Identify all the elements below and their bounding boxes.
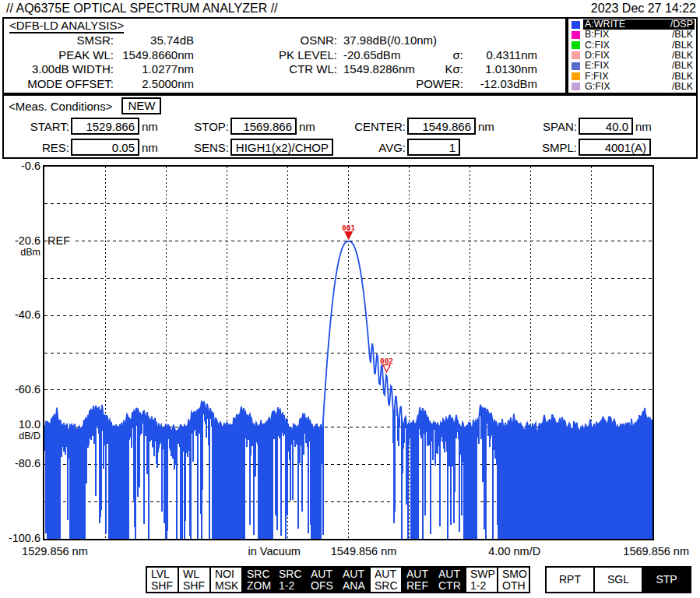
peak-marker-label: 002 [380,357,393,365]
y-tick-label: -20.6 [15,235,40,247]
stop-input[interactable]: 1569.866 [230,118,297,135]
softkey-toolbar: LVLSHF WLSHF NOIMSK SRCZOM SRC1-2 AUTOFS… [146,566,530,593]
analysis-label: PK LEVEL: [194,48,337,63]
trace-legend: A:WRITE/DSP B:FIX/BLK C:FIX/BLK D:FIX/BL… [567,17,698,94]
center-field: CENTER: 1549.866 nm [337,118,494,135]
avg-input[interactable]: 1 [407,139,460,156]
y-axis-labels: -0.6-20.6dBm-40.6-60.610.0dB/D-80.6-100.… [0,159,40,561]
span-unit: nm [635,120,652,133]
trace-name: D:FIX [585,51,672,61]
avg-label: AVG: [337,141,406,154]
spectrum-trace-svg: 001002 [44,167,653,539]
softkey-aut-ctr[interactable]: AUTCTR [433,566,466,593]
stop-unit: nm [299,120,315,133]
trace-row-d[interactable]: D:FIX/BLK [570,51,695,61]
span-field: SPAN: 40.0 nm [512,118,652,135]
analysis-label: POWER: [416,77,463,92]
key-sgl[interactable]: SGL [593,566,643,593]
softkey-aut-ana[interactable]: AUTANA [337,566,371,593]
analysis-label [194,77,337,92]
analysis-value: -12.03dBm [463,77,537,92]
trace-name: G:FIX [585,82,672,92]
trace-color-swatch [572,21,580,29]
res-input[interactable]: 0.05 [71,139,139,156]
trace-color-swatch [572,31,580,39]
trace-row-g[interactable]: G:FIX/BLK [570,82,695,92]
trace-mode: /BLK [672,51,693,61]
analysis-label: 3.00dB WIDTH: [4,62,114,77]
softkey-aut-ref[interactable]: AUTREF [401,566,434,593]
analysis-label: CTR WL: [194,62,337,77]
x-axis-label: 1569.856 nm [623,545,689,558]
start-label: START: [4,120,69,133]
sens-label: SENS: [162,141,229,154]
x-axis-label: in Vacuum [248,545,300,558]
start-field: START: 1529.866 nm [4,118,158,135]
softkey-swp-1-2[interactable]: SWP1-2 [465,566,498,593]
trace-row-f[interactable]: F:FIX/BLK [570,72,695,82]
y-tick-label: -80.6 [15,458,40,470]
spectrum-display: -0.6-20.6dBm-40.6-60.610.0dB/D-80.6-100.… [0,159,700,564]
sens-input[interactable]: HIGH1(x2)/CHOP [230,139,333,156]
center-label: CENTER: [337,120,406,133]
center-unit: nm [478,120,494,133]
trace-row-e[interactable]: E:FIX/BLK [570,61,695,71]
new-button[interactable]: NEW [121,97,161,114]
res-label: RES: [4,141,69,154]
trace-color-swatch [572,62,580,70]
trace-color-swatch [572,41,580,49]
analysis-label: SMSR: [4,33,114,48]
stop-label: STOP: [162,120,229,133]
trace-row-b[interactable]: B:FIX/BLK [570,30,695,40]
analysis-row: PEAK WL: 1549.8660nm PK LEVEL: -20.65dBm… [4,48,565,63]
trace-mode: /BLK [672,30,693,40]
x-axis-label: 1549.856 nm [331,545,397,558]
softkey-src-1-2[interactable]: SRC1-2 [273,566,307,593]
softkey-aut-src[interactable]: AUTSRC [369,566,403,593]
trace-mode: /BLK [672,72,693,82]
sweep-key-group: RPT SGL STP [545,566,691,593]
trace-mode: /DSP [670,19,693,30]
span-input[interactable]: 40.0 [579,118,633,135]
avg-field: AVG: 1 [337,139,463,156]
analysis-value: 1.0130nm [463,62,537,77]
softkey-wl-shf[interactable]: WLSHF [178,566,211,593]
softkey-smo-oth[interactable]: SMOOTH [497,566,530,593]
softkey-noi-msk[interactable]: NOIMSK [209,566,243,593]
smpl-field: SMPL: 4001(A) [512,139,653,156]
measurement-conditions-panel: <Meas. Conditions> NEW START: 1529.866 n… [2,94,698,159]
key-rpt[interactable]: RPT [545,566,595,593]
trace-name: F:FIX [585,72,672,82]
analysis-value: 1549.8660nm [114,48,194,63]
analysis-row: 3.00dB WIDTH: 1.0277nm CTR WL: 1549.8286… [4,62,565,77]
key-stp[interactable]: STP [642,566,691,593]
start-input[interactable]: 1529.866 [71,118,139,135]
conditions-title: <Meas. Conditions> [9,100,112,113]
center-input[interactable]: 1549.866 [407,118,476,135]
analysis-label: Kσ: [445,62,463,77]
trace-color-swatch [572,83,580,90]
analysis-value: 1.0277nm [114,62,194,77]
smpl-label: SMPL: [512,141,577,154]
softkey-src-zom[interactable]: SRCZOM [241,566,275,593]
analysis-value: 37.98dB(/0.10nm) [343,33,437,48]
trace-mode: /BLK [672,82,693,92]
trace-name: C:FIX [585,40,672,51]
smpl-input[interactable]: 4001(A) [579,139,651,156]
analysis-value: -20.65dBm [343,48,400,63]
app-title: // AQ6375E OPTICAL SPECTRUM ANALYZER // [6,2,278,16]
trace-row-a[interactable]: A:WRITE/DSP [570,19,695,30]
analysis-value: 35.74dB [114,33,194,48]
softkey-aut-ofs[interactable]: AUTOFS [305,566,339,593]
trace-mode: /BLK [672,40,693,51]
softkey-lvl-shf[interactable]: LVLSHF [146,566,179,593]
trace-name: B:FIX [585,30,672,40]
res-unit: nm [142,141,158,154]
plot-area[interactable]: 001002 REF [43,165,654,540]
analysis-value: 1549.8286nm [343,62,415,77]
x-axis-label: 4.00 nm/D [488,545,540,558]
trace-name: E:FIX [585,61,672,71]
y-tick-label: 10.0 [19,419,40,431]
y-tick-label: -40.6 [15,309,40,321]
trace-row-c[interactable]: C:FIX/BLK [570,40,695,51]
